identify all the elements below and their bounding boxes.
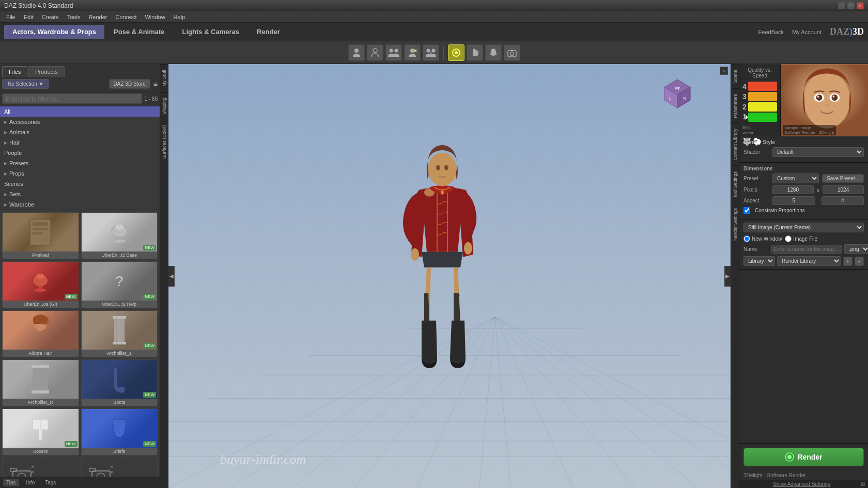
svg-rect-29 [113, 316, 126, 319]
preset-label: Preset [743, 176, 769, 181]
new-window-radio[interactable] [743, 235, 750, 242]
category-accessories[interactable]: ▶ Accessories [0, 117, 160, 127]
side-tab-parameters[interactable]: Parameters [731, 88, 739, 123]
toolbar-camera-btn[interactable] [504, 44, 520, 61]
viewport-collapse-right[interactable]: ▶ [724, 266, 731, 287]
tab-tags[interactable]: Tags [42, 479, 59, 486]
pixel-height-input[interactable]: 1024 [823, 185, 864, 194]
filter-input[interactable] [2, 93, 142, 104]
toolbar-active-btn[interactable] [448, 44, 464, 61]
tab-info[interactable]: Info [23, 479, 38, 486]
new-badge-2: NEW [65, 294, 78, 300]
menu-create[interactable]: Create [38, 13, 63, 21]
menu-help[interactable]: Help [169, 13, 190, 21]
constrain-checkbox[interactable] [743, 207, 750, 214]
render-button[interactable]: Render [743, 448, 864, 466]
category-hair[interactable]: ▶ Hair [0, 137, 160, 148]
save-preset-button[interactable]: Save Preset... [822, 174, 864, 183]
toolbar-btn-2[interactable] [385, 44, 402, 61]
toolbar-bell-btn[interactable] [485, 44, 502, 61]
format-select[interactable]: .png .jpg .tiff [844, 244, 868, 254]
preset-select[interactable]: Custom 1280x1024 1920x1080 [772, 174, 819, 183]
daz-logo: DAZ)3D [830, 26, 864, 37]
category-sets[interactable]: ▶ Sets [0, 189, 160, 199]
viewport-cube[interactable]: Top R L [661, 77, 694, 112]
tab-tips[interactable]: Tips [3, 479, 19, 486]
viewport[interactable]: buyur-indir.com Top R L ◀ ▶ [168, 64, 731, 488]
side-tab-content-library[interactable]: Content Library [731, 123, 739, 166]
shaping-tab-surfaces[interactable]: Surfaces (Color) [160, 120, 168, 164]
menu-window[interactable]: Window [141, 13, 169, 21]
menu-connect[interactable]: Connect [112, 13, 141, 21]
close-button[interactable]: ✕ [857, 2, 864, 9]
sample-image-label: Sample Image [784, 125, 834, 130]
viewport-expand[interactable]: ⤡ [720, 67, 728, 75]
remove-library-button[interactable]: - [855, 257, 864, 266]
tab-products[interactable]: Products [28, 66, 64, 77]
category-animals[interactable]: ▶ Animals [0, 127, 160, 137]
category-props[interactable]: ▶ Props [0, 168, 160, 179]
file-item-camera2[interactable]: ✕ ✕ NEW Camera2 [81, 458, 158, 477]
show-advanced-link[interactable]: Show Advanced Settings [773, 481, 830, 487]
file-item-boxers[interactable]: NEW Boxers [2, 408, 79, 455]
menu-render[interactable]: Render [84, 13, 111, 21]
tab-actors[interactable]: Actors, Wardrobe & Props [4, 25, 104, 39]
file-item-uberbase[interactable]: NEW UberEn...t2 Base [81, 212, 158, 259]
tab-pose[interactable]: Pose & Animate [105, 25, 173, 39]
menu-tools[interactable]: Tools [63, 13, 85, 21]
minimize-button[interactable]: ─ [838, 2, 845, 9]
menu-file[interactable]: File [2, 13, 20, 21]
toolbar-hand-btn[interactable] [467, 44, 483, 61]
expand-icon[interactable]: ⊞ [861, 481, 865, 487]
file-item-preload[interactable]: !Preload [2, 212, 79, 259]
file-item-boots[interactable]: NEW Boots [81, 359, 158, 406]
toolbar-btn-1[interactable] [367, 44, 383, 61]
new-window-radio-option[interactable]: New Window [743, 235, 782, 242]
name-input[interactable] [771, 245, 842, 254]
shader-select[interactable]: Default [772, 147, 864, 157]
my-account-link[interactable]: My Account [792, 29, 822, 35]
selection-dropdown[interactable]: No Selection ▼ [2, 79, 49, 89]
svg-line-44 [82, 458, 120, 477]
side-tab-render-settings[interactable]: Render Settings [731, 203, 739, 247]
tab-lights[interactable]: Lights & Cameras [174, 25, 248, 39]
add-library-button[interactable]: + [843, 257, 853, 266]
library-select[interactable]: Library [743, 256, 775, 266]
file-item-aldora[interactable]: Aldora Hair [2, 310, 79, 357]
file-grid-container: !Preload NEW [0, 210, 160, 477]
render-to-select[interactable]: Still Image (Current Frame) Animation [743, 223, 864, 232]
more-options-icon[interactable]: ≡ [153, 80, 158, 88]
viewport-collapse-left[interactable]: ◀ [168, 266, 175, 287]
aspect-width-input[interactable]: 5 [772, 196, 815, 205]
category-people[interactable]: People [0, 148, 160, 158]
store-button[interactable]: DAZ 3D Store [109, 79, 150, 89]
category-scenes[interactable]: Scenes [0, 179, 160, 189]
menu-edit[interactable]: Edit [20, 13, 38, 21]
svg-point-24 [36, 274, 44, 279]
pixel-width-input[interactable]: 1280 [772, 185, 814, 194]
file-item-uberce[interactable]: NEW UberEn...ce (Gl) [2, 261, 79, 308]
render-library-select[interactable]: Render Library [777, 256, 841, 266]
side-tab-tool-settings[interactable]: Tool Settings [731, 166, 739, 203]
tab-render[interactable]: Render [249, 25, 288, 39]
category-all[interactable]: All [0, 106, 160, 117]
maximize-button[interactable]: □ [847, 2, 855, 9]
category-presets[interactable]: ▶ Presets [0, 158, 160, 168]
shaping-tab-shaping[interactable]: Shaping [160, 92, 168, 120]
feedback-link[interactable]: FeedBack [758, 29, 784, 35]
toolbar-btn-4[interactable] [423, 44, 439, 61]
tab-files[interactable]: Files [2, 66, 27, 77]
file-item-briefs[interactable]: NEW Briefs [81, 408, 158, 455]
image-file-radio-option[interactable]: Image File [785, 235, 817, 242]
toolbar-btn-0[interactable] [348, 44, 365, 61]
category-wardrobe[interactable]: ▶ Wardrobe [0, 199, 160, 210]
file-item-camera1[interactable]: ✕ ✕ NEW Camera1 [2, 458, 79, 477]
file-item-archpillarr[interactable]: Archpillar_R [2, 359, 79, 406]
shaping-tab-mystuff[interactable]: My Stuff [160, 64, 168, 92]
file-item-archpillar1[interactable]: NEW Archpillar_1 [81, 310, 158, 357]
aspect-height-input[interactable]: 4 [822, 196, 864, 205]
image-file-radio[interactable] [785, 235, 792, 242]
toolbar-btn-3[interactable] [404, 44, 421, 61]
side-tab-scene[interactable]: Scene [731, 64, 739, 88]
file-item-uberhelp[interactable]: ? NEW UberEn...t2 Help [81, 261, 158, 308]
